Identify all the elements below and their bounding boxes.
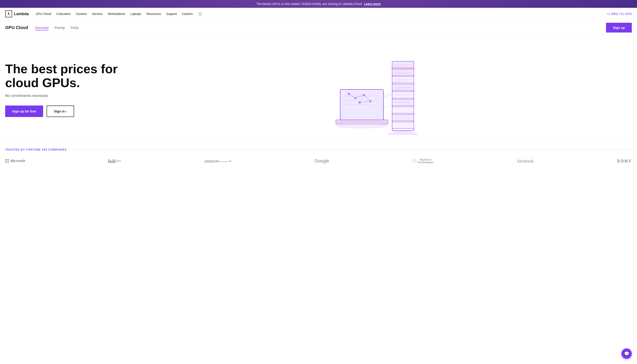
raytheon-text: RaytheonTechnologies (418, 158, 434, 164)
trusted-label: TRUSTED BY FORTUNE 500 COMPANIES (5, 148, 632, 151)
svg-rect-18 (392, 107, 414, 113)
nav-workstations[interactable]: Workstations (108, 12, 126, 16)
signin-button[interactable]: Sign in › (46, 106, 74, 117)
svg-rect-19 (392, 114, 414, 121)
google-logo: Google (314, 158, 329, 164)
trusted-section: TRUSTED BY FORTUNE 500 COMPANIES Microso… (0, 139, 637, 177)
nav-careers[interactable]: Careers (182, 12, 193, 16)
nav-colocation[interactable]: Colocation (56, 12, 71, 16)
nav-resources[interactable]: Resources (146, 12, 161, 16)
nav-clusters[interactable]: Clusters (76, 12, 87, 16)
nav-servers[interactable]: Servers (92, 12, 102, 16)
svg-marker-38 (230, 160, 231, 162)
sub-nav-faqs[interactable]: FAQs (71, 26, 79, 30)
hero-svg (329, 48, 438, 131)
top-banner: The fastest GPUs on the market, NVIDIA H… (0, 0, 637, 8)
microsoft-logo: Microsoft (5, 159, 25, 163)
sub-nav-links: Overview Pricing FAQs (35, 26, 79, 30)
banner-link[interactable]: Learn more (364, 2, 380, 6)
svg-point-0 (388, 131, 418, 135)
hero-buttons: Sign up for free Sign in › (5, 106, 135, 117)
signup-button[interactable]: Sign up (606, 23, 632, 32)
microsoft-text: Microsoft (10, 159, 25, 163)
nav-links: GPU Cloud Colocation Clusters Servers Wo… (36, 12, 607, 16)
mit-text: ΙΙΙ (117, 159, 121, 163)
hero-illustration (135, 48, 632, 131)
sony-logo: SONY (617, 158, 632, 164)
raytheon-icon (412, 159, 417, 163)
amazon-arrow (218, 160, 231, 162)
hero-subtitle: No commitments necessary. (5, 94, 135, 98)
mit-logo: ΙΙΙ (108, 159, 121, 163)
sony-text: SONY (617, 158, 632, 164)
facebook-logo: facebook (517, 158, 534, 164)
sub-nav-pricing[interactable]: Pricing (54, 26, 64, 30)
sub-nav-overview[interactable]: Overview (35, 26, 49, 30)
cart-icon[interactable]: 🛒 (198, 12, 203, 16)
sub-nav: GPU Cloud Overview Pricing FAQs Sign up (0, 20, 637, 35)
amazon-logo: amazon (204, 158, 231, 164)
svg-rect-20 (392, 122, 414, 128)
hero-title: The best prices for cloud GPUs. (5, 62, 135, 90)
svg-point-37 (336, 123, 388, 128)
svg-rect-21 (391, 68, 415, 70)
nav-laptops[interactable]: Laptops (130, 12, 141, 16)
company-logos: Microsoft ΙΙΙ amazon Goog (5, 158, 632, 164)
logo[interactable]: λ Lambda (5, 10, 29, 17)
logo-icon: λ (5, 10, 12, 17)
nav-gpu-cloud[interactable]: GPU Cloud (36, 12, 51, 16)
raytheon-logo: RaytheonTechnologies (412, 158, 434, 164)
banner-text: The fastest GPUs on the market, NVIDIA H… (256, 2, 362, 6)
google-text: Google (314, 158, 329, 164)
signup-free-button[interactable]: Sign up for free (5, 106, 43, 117)
hero-illustration-svg (329, 48, 442, 135)
nav-support[interactable]: Support (166, 12, 177, 16)
mit-icon (108, 159, 116, 163)
amazon-text: amazon (204, 158, 218, 164)
hero-content: The best prices for cloud GPUs. No commi… (5, 62, 135, 117)
logo-text: Lambda (14, 12, 29, 16)
main-nav: λ Lambda GPU Cloud Colocation Clusters S… (0, 8, 637, 20)
facebook-text: facebook (517, 158, 534, 164)
phone-number: +1 (866) 711-2025 (607, 12, 632, 16)
sub-nav-title: GPU Cloud (5, 25, 28, 30)
hero-section: The best prices for cloud GPUs. No commi… (0, 35, 637, 139)
microsoft-icon (5, 159, 9, 163)
